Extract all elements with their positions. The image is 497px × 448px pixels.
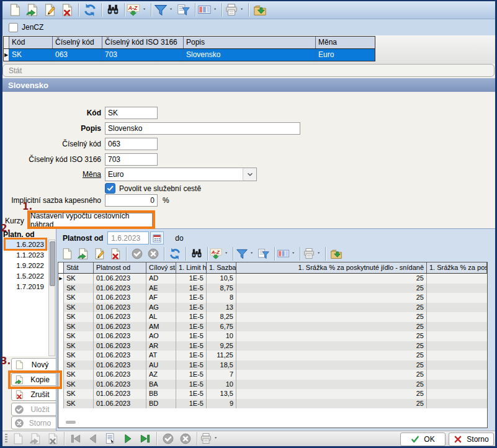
popis-field[interactable]: Slovensko [105,122,300,135]
table-row[interactable]: SK01.06.2023AU1E-518,525 [58,361,487,370]
table-cell[interactable]: 01.06.2023 [94,370,146,380]
column-header[interactable]: Stát [64,262,94,273]
table-cell[interactable]: 13 [207,303,236,313]
table-cell[interactable]: SK [64,399,94,409]
chevron-down-icon[interactable] [213,436,220,441]
table-cell[interactable]: AU [146,361,176,370]
table-cell[interactable] [427,341,487,351]
goto-record-button[interactable] [102,431,119,447]
date-item[interactable]: 1.1.2023 [2,250,48,261]
kod-field[interactable]: SK [105,107,158,119]
cell-ciselny-kod[interactable]: 063 [53,49,102,61]
table-cell[interactable] [427,351,487,361]
storno-button-disabled[interactable]: Storno [11,416,59,429]
table-cell[interactable]: 1E-5 [176,351,207,361]
tab-nastaveni-active[interactable]: Nastavení vypočtu cestovních náhrad [30,213,153,227]
column-header[interactable]: Popis [184,37,316,48]
column-header[interactable]: Měna [316,37,375,48]
table-row[interactable]: SK01.06.2023AT1E-511,2525 [58,351,487,361]
rates-grid-header[interactable]: Stát Platnost od Cílový stat 1. Limit ho… [58,262,487,274]
date-item[interactable]: 1.5.2022 [2,271,48,282]
table-cell[interactable] [427,399,487,409]
table-cell[interactable]: 10,5 [207,274,236,284]
table-cell[interactable]: 25 [236,389,427,399]
pocket-field[interactable]: 0 [105,194,158,207]
copy-disabled-button[interactable] [27,431,44,447]
sort-rows-button[interactable]: A-Z [210,246,230,261]
table-cell[interactable]: 1E-5 [176,303,207,313]
table-cell[interactable]: 9,25 [207,341,236,351]
table-cell[interactable]: 25 [236,274,427,284]
ciselny-kod-field[interactable]: 063 [105,138,158,150]
chevron-down-icon[interactable] [213,7,219,12]
previous-record-button[interactable] [84,431,102,447]
table-cell[interactable]: 25 [236,303,427,313]
table-row[interactable]: SK01.06.2023AM1E-56,7525 [58,322,487,332]
table-cell[interactable]: 25 [236,351,427,361]
date-item[interactable]: 1.6.2023 [2,240,48,250]
table-cell[interactable]: 01.06.2023 [94,331,146,341]
ulozit-button-disabled[interactable]: Uložit [11,403,59,416]
mena-label-link[interactable]: Měna [11,170,101,179]
table-cell[interactable]: AR [146,341,176,351]
table-cell[interactable] [427,274,487,284]
toolbar-grip[interactable] [5,434,7,444]
table-cell[interactable]: 8,75 [207,284,236,293]
povolit-checkbox-checked[interactable] [105,183,115,194]
countries-grid-header[interactable]: Kód Číselný kód Číselný kód ISO 3166 Pop… [4,37,375,49]
table-cell[interactable]: 1E-5 [176,370,207,380]
print-rows-button[interactable] [303,246,323,261]
table-cell[interactable] [427,361,487,370]
storno-button[interactable]: Storno [449,432,494,446]
table-cell[interactable]: SK [64,331,94,341]
new-record-button[interactable] [6,2,24,18]
dates-column-header[interactable]: Platn. od [3,230,47,240]
search-rows-button[interactable] [189,246,205,261]
delete-disabled-button[interactable] [44,431,61,447]
table-cell[interactable]: 7 [207,370,236,380]
table-cell[interactable]: 25 [236,331,427,341]
table-cell[interactable]: AM [146,322,176,332]
table-cell[interactable]: SK [64,341,94,351]
table-cell[interactable]: SK [64,351,94,361]
cancel-button-disabled[interactable] [145,246,161,261]
cell-popis[interactable]: Slovensko [184,49,316,61]
table-cell[interactable]: 1E-5 [176,331,207,341]
table-cell[interactable]: 1E-5 [176,322,207,332]
filter-button[interactable] [154,2,175,18]
filter-editor-button[interactable] [175,2,192,18]
export-button[interactable] [251,2,269,18]
table-cell[interactable]: 9 [207,399,236,409]
table-row[interactable]: SK01.06.2023BB1E-513,525 [58,389,487,399]
column-header[interactable]: Číselný kód ISO 3166 [102,37,184,48]
table-cell[interactable]: 10 [207,380,236,390]
table-cell[interactable]: SK [64,303,94,313]
table-cell[interactable]: 25 [236,361,427,370]
table-cell[interactable]: BA [146,380,176,390]
table-row[interactable]: ▶SK01.06.2023AD1E-510,525 [58,274,487,284]
table-row[interactable]: SK01.06.2023AF1E-5825 [58,293,487,303]
table-row[interactable]: SK01.06.2023AL1E-58,2525 [58,312,487,322]
table-cell[interactable]: SK [64,370,94,380]
table-cell[interactable]: 01.06.2023 [94,389,146,399]
table-cell[interactable] [427,284,487,293]
dates-scrollbar[interactable] [48,240,55,356]
table-cell[interactable]: 1E-5 [176,274,207,284]
table-cell[interactable]: 01.06.2023 [94,274,146,284]
table-cell[interactable] [427,380,487,390]
table-row[interactable]: SK01.06.2023AG1E-51325 [58,303,487,313]
chevron-down-icon[interactable] [240,7,246,12]
accept-disabled-button[interactable] [159,431,177,447]
table-cell[interactable]: AE [146,284,176,293]
print-bottom-button[interactable] [200,431,220,447]
table-row-selected[interactable]: ▶ SK 063 703 Slovensko Euro [4,49,375,61]
table-cell[interactable] [427,322,487,332]
table-row[interactable]: SK01.06.2023AO1E-51025 [58,331,487,341]
table-cell[interactable]: 11,25 [207,351,236,361]
cell-kod[interactable]: SK [9,49,53,61]
table-cell[interactable] [427,293,487,303]
table-cell[interactable]: SK [64,312,94,322]
table-row[interactable]: SK01.06.2023BD1E-5925 [58,399,487,409]
table-cell[interactable]: 25 [236,284,427,293]
table-row[interactable]: SK01.06.2023AR1E-59,2525 [58,341,487,351]
